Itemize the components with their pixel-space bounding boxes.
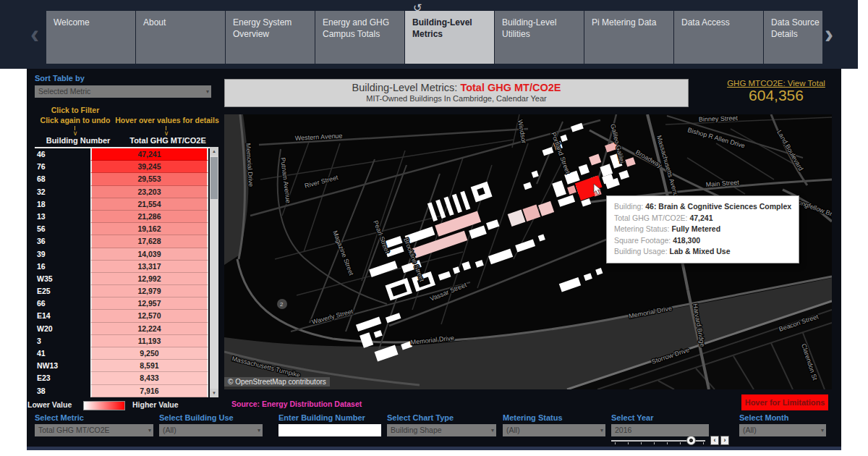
ghg-value-cell[interactable]: 14,039 — [90, 248, 208, 261]
table-row[interactable]: 5619,162 — [35, 223, 218, 235]
tab-about[interactable]: About — [136, 11, 225, 64]
tab-data-source-details[interactable]: Data Source Details — [764, 11, 822, 64]
table-row[interactable]: 387,916 — [35, 385, 218, 397]
building-number-cell[interactable]: 36 — [35, 235, 90, 248]
tab-data-access[interactable]: Data Access — [674, 11, 763, 64]
building-number-cell[interactable]: 66 — [35, 297, 90, 310]
select-building-use-dropdown[interactable]: (All)▾ — [159, 424, 263, 436]
tab-pi-metering-data[interactable]: Pi Metering Data — [584, 11, 673, 64]
select-metric-dropdown[interactable]: Total GHG MT/CO2E▾ — [35, 424, 153, 436]
table-row[interactable]: 1613,317 — [35, 261, 218, 273]
select-chart-type-dropdown[interactable]: Building Shape▾ — [387, 424, 496, 436]
building-number-cell[interactable]: 56 — [35, 223, 90, 235]
building-number-cell[interactable]: 76 — [35, 161, 90, 173]
table-row[interactable]: E2512,979 — [35, 285, 218, 297]
ghg-value-cell[interactable]: 12,224 — [90, 323, 208, 335]
table-row[interactable]: 1821,554 — [35, 198, 218, 211]
scrollbar-thumb[interactable] — [210, 157, 218, 199]
year-slider-handle[interactable] — [686, 436, 696, 445]
legend-higher-label: Higher Value — [132, 400, 179, 409]
table-row[interactable]: 6612,957 — [35, 297, 218, 310]
table-row[interactable]: 4647,241 — [35, 148, 218, 161]
select-metric-label: Select Metric — [35, 413, 84, 422]
sort-table-label: Sort Table by — [35, 74, 85, 83]
table-row[interactable]: 3914,039 — [35, 248, 218, 261]
nav-forward-icon[interactable]: › — [825, 22, 833, 48]
ghg-value-cell[interactable]: 47,241 — [90, 148, 208, 161]
view-total-block: GHG MTCO2E: View Total 604,356 — [709, 79, 843, 104]
table-scrollbar[interactable]: ▲ ▼ — [210, 147, 218, 397]
tab-energy-system-overview[interactable]: Energy System Overview — [226, 11, 315, 64]
building-number-cell[interactable]: 32 — [35, 186, 90, 198]
building-number-cell[interactable]: W20 — [35, 323, 90, 335]
building-map[interactable]: Western Avenue River Street Putnam Avenu… — [224, 114, 832, 389]
sort-metric-dropdown[interactable]: Selected Metric ▾ — [35, 85, 211, 98]
ghg-value-cell[interactable]: 19,162 — [90, 223, 208, 235]
table-row[interactable]: 311,193 — [35, 335, 218, 347]
building-number-cell[interactable]: 18 — [35, 198, 90, 211]
scroll-up-icon[interactable]: ▲ — [210, 147, 218, 156]
ghg-value-cell[interactable]: 29,553 — [90, 173, 208, 185]
ghg-value-cell[interactable]: 13,317 — [90, 261, 208, 273]
building-number-cell[interactable]: 39 — [35, 248, 90, 261]
ghg-value-cell[interactable]: 7,916 — [90, 385, 208, 397]
building-number-cell[interactable]: 41 — [35, 347, 90, 360]
year-value-box[interactable]: 2016 — [611, 424, 709, 436]
building-number-cell[interactable]: E25 — [35, 285, 90, 297]
building-number-cell[interactable]: E14 — [35, 310, 90, 322]
ghg-value-cell[interactable]: 12,570 — [90, 310, 208, 322]
building-number-cell[interactable]: W35 — [35, 273, 90, 285]
nav-back-icon[interactable]: ‹ — [30, 22, 39, 48]
ghg-value-cell[interactable]: 9,250 — [90, 347, 208, 360]
ghg-value-cell[interactable]: 12,957 — [90, 297, 208, 310]
table-row[interactable]: 7639,245 — [35, 161, 218, 173]
building-number-cell[interactable]: E23 — [35, 372, 90, 384]
building-number-cell[interactable]: 68 — [35, 173, 90, 185]
table-row[interactable]: E238,433 — [35, 372, 218, 384]
year-prev-button[interactable]: ‹ — [710, 436, 719, 445]
building-tooltip: Building: 46: Brain & Cognitive Sciences… — [606, 195, 799, 263]
ghg-value-cell[interactable]: 8,433 — [90, 372, 208, 384]
ghg-value-cell[interactable]: 12,992 — [90, 273, 208, 285]
limitations-button[interactable]: Hover for Limitations — [741, 394, 828, 410]
ghg-value-cell[interactable]: 8,591 — [90, 360, 208, 372]
tooltip-row: Building: 46: Brain & Cognitive Sciences… — [614, 201, 791, 213]
ghg-value-cell[interactable]: 21,554 — [90, 198, 208, 211]
bottom-accent-strip — [27, 447, 841, 450]
hint-click-again: Click again to undo — [29, 116, 122, 124]
building-number-cell[interactable]: 46 — [35, 148, 90, 161]
table-row[interactable]: E1412,570 — [35, 310, 218, 322]
tab-welcome[interactable]: Welcome — [46, 11, 135, 64]
table-row[interactable]: 419,250 — [35, 347, 218, 360]
ghg-value-cell[interactable]: 11,193 — [90, 335, 208, 347]
metering-status-dropdown[interactable]: (All)▾ — [503, 424, 605, 436]
building-number-cell[interactable]: NW13 — [35, 360, 90, 372]
building-number-cell[interactable]: 13 — [35, 211, 90, 223]
building-number-cell[interactable]: 16 — [35, 261, 90, 273]
table-row[interactable]: 3223,203 — [35, 186, 218, 198]
ghg-value-cell[interactable]: 17,628 — [90, 235, 208, 248]
table-row[interactable]: 6829,553 — [35, 173, 218, 185]
year-next-button[interactable]: › — [720, 436, 729, 445]
building-number-input[interactable] — [278, 424, 381, 436]
table-row[interactable]: W3512,992 — [35, 273, 218, 285]
table-row[interactable]: NW138,591 — [35, 360, 218, 372]
building-number-cell[interactable]: 3 — [35, 335, 90, 347]
tab-energy-ghg-campus-totals[interactable]: Energy and GHG Campus Totals — [315, 11, 404, 64]
table-row[interactable]: 3617,628 — [35, 235, 218, 248]
tab-building-level-utilities[interactable]: Building-Level Utilities — [495, 11, 584, 64]
scroll-down-icon[interactable]: ▼ — [210, 389, 218, 397]
select-month-dropdown[interactable]: (All)▾ — [739, 424, 826, 436]
select-building-use-label: Select Building Use — [159, 413, 234, 422]
ghg-value-cell[interactable]: 39,245 — [90, 161, 208, 173]
ghg-value-cell[interactable]: 23,203 — [90, 186, 208, 198]
table-row[interactable]: W2012,224 — [35, 323, 218, 335]
ghg-value-cell[interactable]: 12,979 — [90, 285, 208, 297]
tab-building-level-metrics[interactable]: Building-Level Metrics — [405, 11, 494, 64]
down-arrow-icon: ∨ — [162, 126, 171, 136]
table-row[interactable]: 1321,286 — [35, 211, 218, 223]
color-legend-gradient — [83, 401, 125, 410]
building-number-cell[interactable]: 38 — [35, 385, 90, 397]
ghg-value-cell[interactable]: 21,286 — [90, 211, 208, 223]
selected-metric-highlight: Total GHG MT/CO2E — [460, 82, 561, 93]
